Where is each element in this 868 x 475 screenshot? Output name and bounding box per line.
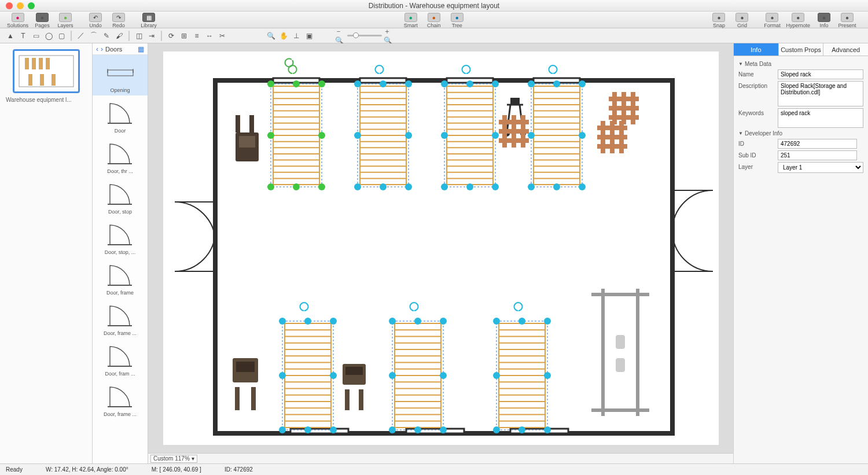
zoom-in-plus-icon[interactable]: ＋🔍 [383,31,395,41]
zoom-slider[interactable] [347,35,382,36]
svg-point-202 [544,426,551,433]
separator [128,31,130,41]
svg-rect-2 [32,58,36,69]
svg-point-152 [330,426,337,433]
ellipse-tool-icon[interactable]: ◯ [43,31,54,41]
svg-point-45 [267,80,274,87]
inspector-tab-info[interactable]: Info [734,43,779,56]
hand-tool-icon[interactable]: ✋ [278,31,289,41]
svg-rect-238 [359,389,363,410]
status-dims: W: 17.42, H: 42.64, Angle: 0.00° [46,466,128,473]
fit-tool-icon[interactable]: ▣ [303,31,315,41]
stencil-item[interactable]: Door, thr ... [93,136,148,176]
undo-button[interactable]: ↶Undo [84,13,107,28]
text-tool-icon[interactable]: T [17,31,29,41]
canvas-footer: Custom 117% ▾ [148,453,733,463]
svg-point-95 [441,80,448,87]
view-button-pages[interactable]: ●Pages [31,13,54,28]
stencil-item[interactable]: Door, frame [93,257,148,298]
svg-point-124 [579,132,586,139]
rounded-rect-tool-icon[interactable]: ▢ [56,31,67,41]
group-tool-icon[interactable]: ⊞ [178,31,190,41]
inspector-tab-advanced[interactable]: Advanced [823,43,868,56]
grid-button-grid[interactable]: ●Grid [730,13,753,28]
rect-tool-icon[interactable]: ▭ [30,31,42,41]
developer-info-header[interactable]: Developer Info [738,130,863,137]
stamp-tool-icon[interactable]: ⊥ [290,31,302,41]
crop-tool-icon[interactable]: ◫ [133,31,145,41]
svg-point-99 [492,132,499,139]
svg-rect-204 [249,115,254,132]
redo-button[interactable]: ↷Redo [107,13,130,28]
svg-rect-6 [40,74,44,86]
align-tool-icon[interactable]: ≡ [191,31,203,41]
connector-button-smart[interactable]: ●Smart [399,13,422,28]
zoom-out-icon[interactable]: 🔍 [265,31,277,41]
connector-button-tree[interactable]: ●Tree [446,13,469,28]
layer-label: Layer [738,162,774,170]
meta-data-header[interactable]: Meta Data [738,61,863,67]
panel-button-format[interactable]: ●Format [760,13,784,28]
rotate-tool-icon[interactable]: ⟳ [165,31,177,41]
stencil-back-icon[interactable]: ‹ [96,45,98,53]
svg-point-96 [466,80,473,87]
connector-button-chain[interactable]: ●Chain [422,13,446,28]
stencil-item[interactable]: Door, stop, ... [93,217,148,257]
svg-point-48 [267,132,274,139]
canvas-area[interactable]: Custom 117% ▾ [148,43,733,463]
svg-point-101 [466,183,473,190]
floor-plan-canvas[interactable] [163,51,719,445]
stencil-grid-icon[interactable]: ▦ [138,45,144,53]
svg-point-102 [492,183,499,190]
stencil-item[interactable]: Door, fram ... [93,338,148,379]
zoom-out-minus-icon[interactable]: －🔍 [334,31,346,41]
stencil-item[interactable]: Door [93,95,148,136]
id-input[interactable] [778,139,857,149]
stencil-category-label: Doors [105,46,122,53]
pages-panel: Warehouse equipment l... [0,43,93,463]
svg-rect-237 [345,389,350,410]
cut-tool-icon[interactable]: ✂ [216,31,228,41]
view-button-solutions[interactable]: ●Solutions [5,13,31,28]
svg-rect-224 [631,92,635,124]
stencil-fwd-icon[interactable]: › [101,45,103,53]
page-thumbnail[interactable] [13,49,80,93]
svg-rect-232 [236,362,255,372]
layer-select[interactable]: Layer 1 [778,162,863,173]
stencil-panel: ‹ › Doors ▦ OpeningDoorDoor, thr ...Door… [93,43,148,463]
svg-point-147 [330,318,337,325]
arc-tool-icon[interactable]: ⌒ [88,31,100,41]
sub-id-input[interactable] [778,150,857,160]
library-button[interactable]: ▦Library [137,13,160,28]
line-tool-icon[interactable]: ／ [75,31,87,41]
zoom-select[interactable]: Custom 117% ▾ [150,455,197,463]
stencil-item[interactable]: Door, frame ... [93,379,148,419]
name-input[interactable] [778,69,863,79]
description-label: Description [738,81,774,89]
brush-tool-icon[interactable]: 🖌 [113,31,125,41]
separator [71,31,72,41]
panel-button-hypernote[interactable]: ●Hypernote [784,13,812,28]
pen-tool-icon[interactable]: ✎ [101,31,112,41]
svg-point-71 [380,80,387,87]
panel-button-present[interactable]: ●Present [836,13,859,28]
stencil-item[interactable]: Opening [93,55,148,95]
grid-button-snap[interactable]: ●Snap [707,13,730,28]
status-mouse: M: [ 246.09, 40.69 ] [152,466,201,473]
svg-rect-244 [616,358,625,372]
export-tool-icon[interactable]: ⇥ [146,31,157,41]
svg-point-77 [405,183,412,190]
inspector-tab-custom-props[interactable]: Custom Props [779,43,824,56]
description-textarea[interactable] [778,81,863,106]
svg-point-175 [389,426,396,433]
stencil-item[interactable]: Door, frame ... [93,298,148,338]
svg-rect-206 [239,136,255,148]
keywords-textarea[interactable] [778,108,863,128]
svg-rect-230 [619,121,624,153]
panel-button-info[interactable]: ●Info [812,13,836,28]
selection-tool-icon[interactable]: ▲ [5,31,16,41]
view-button-layers[interactable]: ●Layers [54,13,77,28]
stencil-item[interactable]: Door, stop [93,176,148,217]
dimension-tool-icon[interactable]: ↔ [204,31,215,41]
svg-rect-233 [235,387,240,410]
